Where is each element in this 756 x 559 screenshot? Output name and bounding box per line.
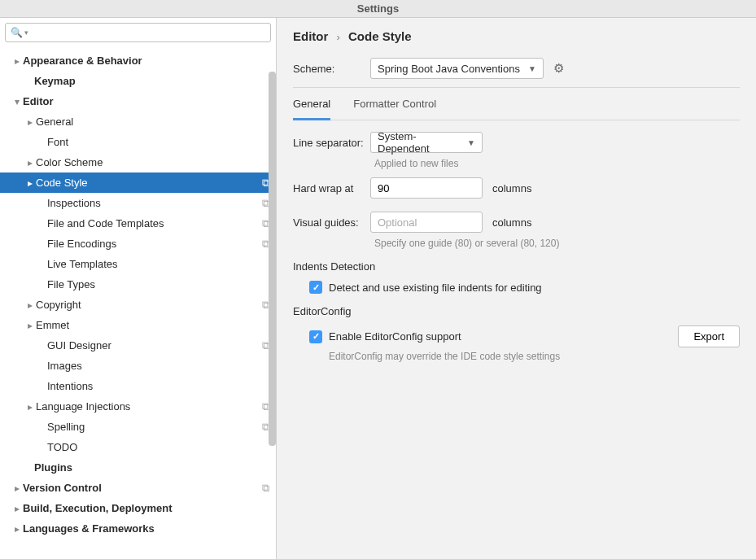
window-title: Settings	[0, 0, 756, 18]
detect-indents-checkbox[interactable]: ✓	[309, 281, 322, 294]
visual-guides-input[interactable]	[370, 212, 483, 233]
tree-item[interactable]: Intentions	[0, 376, 276, 396]
breadcrumb-sep-icon: ›	[337, 31, 340, 43]
tree-item-label: Code Style	[36, 177, 259, 189]
settings-sidebar: 🔍 ▾ ▸Appearance & BehaviorKeymap▾Editor▸…	[0, 18, 277, 559]
tree-item[interactable]: File and Code Templates⧉	[0, 213, 276, 234]
chevron-right-icon[interactable]: ▸	[11, 503, 23, 514]
editorconfig-label: Enable EditorConfig support	[329, 330, 461, 343]
tabs: General Formatter Control	[293, 88, 740, 120]
tree-item[interactable]: ▸Appearance & Behavior	[0, 50, 276, 71]
tree-item-label: TODO	[47, 441, 269, 453]
tree-item[interactable]: Font	[0, 132, 276, 152]
tree-item-label: Inspections	[47, 197, 259, 209]
tree-item[interactable]: Live Templates	[0, 254, 276, 274]
tree-item-label: General	[36, 116, 269, 128]
tree-item-label: File and Code Templates	[47, 217, 259, 229]
line-separator-label: Line separator:	[293, 137, 370, 149]
chevron-right-icon[interactable]: ▸	[24, 299, 36, 311]
tree-item-label: Appearance & Behavior	[23, 55, 269, 67]
settings-tree[interactable]: ▸Appearance & BehaviorKeymap▾Editor▸Gene…	[0, 47, 276, 559]
line-separator-hint: Applied to new files	[374, 158, 740, 169]
columns-label: columns	[492, 216, 531, 229]
breadcrumb-root[interactable]: Editor	[293, 29, 328, 43]
tree-item[interactable]: ▸General	[0, 111, 276, 132]
search-box[interactable]: 🔍 ▾	[5, 23, 271, 42]
tree-item[interactable]: Images	[0, 356, 276, 376]
visual-guides-label: Visual guides:	[293, 216, 370, 229]
tree-item-label: Images	[47, 360, 269, 372]
detect-indents-label: Detect and use existing file indents for…	[329, 282, 542, 294]
tree-item[interactable]: ▸Build, Execution, Deployment	[0, 498, 276, 518]
tree-item[interactable]: ▸Language Injections⧉	[0, 396, 276, 417]
scheme-value: Spring Boot Java Conventions	[378, 63, 520, 75]
tree-item[interactable]: ▾Editor	[0, 91, 276, 111]
editorconfig-title: EditorConfig	[293, 305, 740, 317]
tree-item-label: Font	[47, 136, 269, 148]
tree-item[interactable]: ▸Emmet	[0, 315, 276, 335]
line-separator-select[interactable]: System-Dependent ▼	[370, 132, 483, 153]
tree-item-label: Intentions	[47, 380, 269, 392]
tree-item[interactable]: Plugins	[0, 457, 276, 478]
tree-item[interactable]: ▸Copyright⧉	[0, 295, 276, 315]
chevron-right-icon[interactable]: ▸	[24, 157, 36, 168]
tree-item-label: Emmet	[36, 319, 269, 331]
chevron-down-icon[interactable]: ▾	[11, 96, 23, 107]
tree-item-label: Color Scheme	[36, 156, 269, 168]
tree-item-label: Copyright	[36, 299, 259, 311]
tree-item-label: File Encodings	[47, 238, 259, 250]
tree-item[interactable]: Inspections⧉	[0, 193, 276, 213]
tree-item[interactable]: GUI Designer⧉	[0, 335, 276, 356]
tree-item-label: GUI Designer	[47, 339, 259, 352]
tree-item[interactable]: File Encodings⧉	[0, 234, 276, 254]
tree-item-label: Live Templates	[47, 258, 269, 270]
breadcrumb: Editor › Code Style	[293, 29, 740, 43]
tree-item[interactable]: ▸Code Style⧉	[0, 173, 276, 193]
scrollbar-thumb[interactable]	[269, 72, 276, 446]
tab-formatter-control[interactable]: Formatter Control	[353, 88, 436, 120]
gear-icon[interactable]: ⚙	[553, 61, 564, 76]
search-icon: 🔍	[11, 27, 23, 38]
tree-item-label: Build, Execution, Deployment	[23, 502, 269, 514]
chevron-right-icon[interactable]: ▸	[11, 55, 23, 67]
fade-overlay	[0, 544, 276, 559]
breadcrumb-leaf: Code Style	[348, 29, 412, 43]
chevron-right-icon[interactable]: ▸	[11, 523, 23, 535]
chevron-right-icon[interactable]: ▸	[24, 320, 36, 331]
tree-item[interactable]: TODO	[0, 437, 276, 457]
tree-item[interactable]: Keymap	[0, 71, 276, 91]
tree-item-label: Keymap	[34, 75, 269, 87]
tree-item-label: Language Injections	[36, 400, 259, 413]
tree-item[interactable]: ▸Color Scheme	[0, 152, 276, 173]
chevron-down-icon: ▼	[467, 138, 475, 147]
tree-item-label: Languages & Frameworks	[23, 522, 269, 535]
hard-wrap-input[interactable]	[370, 177, 483, 199]
tree-item[interactable]: ▸Languages & Frameworks	[0, 518, 276, 539]
tree-item-label: Spelling	[47, 421, 259, 433]
tree-item[interactable]: ▸Version Control⧉	[0, 478, 276, 498]
chevron-down-icon: ▼	[528, 64, 536, 73]
tree-item-label: Plugins	[34, 461, 269, 474]
tree-item-label: File Types	[47, 278, 269, 290]
export-button[interactable]: Export	[678, 325, 740, 347]
chevron-right-icon[interactable]: ▸	[24, 116, 36, 128]
chevron-right-icon[interactable]: ▸	[11, 483, 23, 494]
tree-item[interactable]: Spelling⧉	[0, 417, 276, 437]
search-input[interactable]	[32, 27, 265, 39]
editorconfig-hint: EditorConfig may override the IDE code s…	[329, 351, 740, 362]
tree-item[interactable]: File Types	[0, 274, 276, 295]
scheme-label: Scheme:	[293, 63, 370, 75]
tree-item-label: Editor	[23, 95, 269, 107]
columns-label: columns	[492, 182, 531, 194]
project-scope-icon: ⧉	[262, 482, 269, 495]
chevron-right-icon[interactable]: ▸	[24, 177, 36, 189]
tab-general[interactable]: General	[293, 88, 330, 120]
chevron-right-icon[interactable]: ▸	[24, 401, 36, 413]
line-separator-value: System-Dependent	[378, 130, 459, 155]
indents-title: Indents Detection	[293, 260, 740, 273]
hard-wrap-label: Hard wrap at	[293, 182, 370, 194]
scheme-select[interactable]: Spring Boot Java Conventions ▼	[370, 58, 544, 79]
search-dropdown-icon[interactable]: ▾	[24, 28, 28, 37]
content-panel: Editor › Code Style Scheme: Spring Boot …	[277, 18, 756, 559]
editorconfig-checkbox[interactable]: ✓	[309, 330, 322, 343]
